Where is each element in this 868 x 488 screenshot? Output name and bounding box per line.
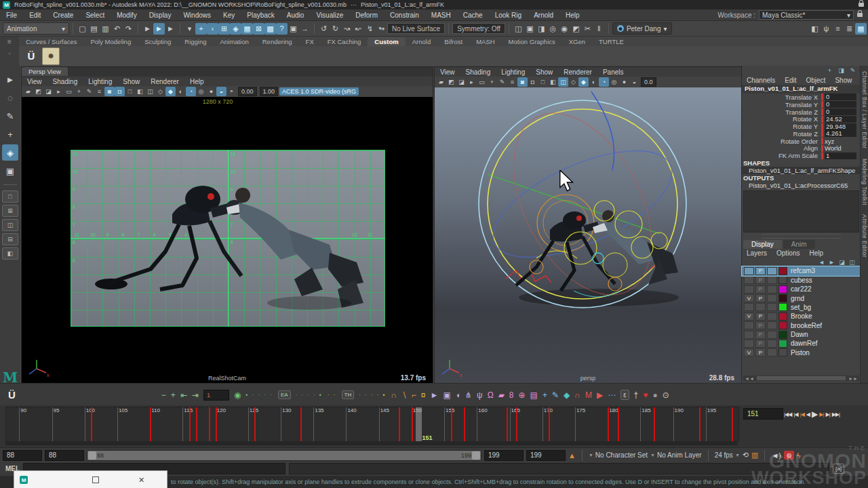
shelf-tab[interactable]: FX [299, 37, 321, 46]
exposure-field[interactable]: 0.0 [641, 77, 656, 87]
select-tool[interactable]: ► [2, 71, 18, 87]
record-icon[interactable]: ⊙ [784, 451, 794, 460]
layer-color-swatch[interactable] [778, 267, 787, 275]
2d-pan-zoom-icon[interactable]: + [487, 77, 497, 87]
range-slider[interactable]: 88 199 [87, 450, 481, 461]
layer-editor-tab[interactable]: Display [743, 240, 782, 249]
tween-plus-icon[interactable]: + [171, 391, 176, 399]
step-forward-frame-button[interactable]: ▶| [825, 410, 830, 419]
channel-value-field[interactable]: 0 [821, 108, 856, 115]
layer-display-type-toggle[interactable] [767, 267, 777, 275]
viewport-menu-item[interactable]: Panels [597, 68, 629, 76]
layer-color-swatch[interactable] [778, 348, 787, 357]
tween-dots-right[interactable]: · · · · ▪ [296, 392, 323, 398]
workspace-dropdown[interactable]: Maya Classic*▾ [759, 10, 854, 20]
highlight-affected-icon[interactable]: → [299, 23, 311, 35]
layer-color-swatch[interactable] [778, 303, 787, 311]
menu-item[interactable]: MASH [425, 12, 457, 19]
channel-box-menu-item[interactable]: Show [830, 77, 856, 84]
shelf-tab[interactable]: Bifrost [437, 37, 469, 46]
exposure-icon[interactable]: ◒ [216, 87, 226, 96]
cursor-icon[interactable]: ► [431, 391, 439, 399]
layer-color-swatch[interactable] [778, 331, 787, 339]
viewport-menu-item[interactable]: Lighting [496, 68, 530, 76]
construction-history-icon-4[interactable]: ↬ [376, 23, 387, 35]
layer-list-scrollbar[interactable]: ◄◄ ►► [743, 375, 859, 381]
select-object-icon[interactable]: ► [153, 23, 165, 35]
exposure-field[interactable]: 0.00 [238, 87, 257, 96]
play-red-icon[interactable]: ▶ [597, 391, 603, 399]
needle-icon[interactable]: ✎ [552, 391, 559, 399]
shelf-tab[interactable]: Animation [213, 37, 255, 46]
menu-item[interactable]: Constrain [384, 12, 425, 19]
undo-icon[interactable]: ↶ [111, 23, 123, 35]
shelf-tab[interactable]: Rendering [256, 37, 299, 46]
bookmark-icon[interactable]: ▸ [54, 87, 64, 96]
channel-value-field[interactable]: 24.52 [821, 116, 856, 123]
channel-box-menu-item[interactable]: Edit [780, 77, 801, 84]
menu-item[interactable]: Modify [111, 12, 142, 19]
layer-playback-toggle[interactable]: P [755, 276, 766, 284]
search-icon[interactable]: ⊙ [663, 391, 669, 399]
menu-item[interactable]: Visualize [310, 12, 349, 19]
go-to-end-button[interactable]: ▶▶| [831, 410, 840, 419]
layer-display-type-toggle[interactable] [767, 321, 777, 329]
layers-prev-icon[interactable]: ◄ [817, 258, 826, 267]
isolate-select-icon[interactable]: ◔ [599, 77, 609, 87]
shape-node-name[interactable]: Piston_v01_01_L:ac_lf_armFKShape [742, 167, 861, 174]
user-dropdown[interactable]: ☻ Peter Dang ▾ [612, 22, 672, 35]
lighting-icon[interactable]: □ [538, 77, 548, 87]
script-editor-icon[interactable]: {a} [833, 464, 844, 474]
image-plane-icon[interactable]: ▭ [64, 87, 74, 96]
menu-item[interactable]: Edit [23, 12, 47, 19]
ipr-render-icon[interactable]: ◨ [536, 23, 547, 35]
range-end-handle[interactable] [472, 451, 480, 460]
layout-four-pane[interactable]: ⊞ [2, 205, 18, 217]
set-key-icon[interactable]: ▲ [568, 451, 576, 460]
scroll-left-icon[interactable]: ◄◄ [743, 376, 755, 381]
shelf-tab[interactable]: FX Caching [321, 37, 368, 46]
viewport-menu-item[interactable]: Shading [460, 68, 496, 76]
textured-icon[interactable]: ◘ [528, 77, 538, 87]
textured-icon[interactable]: ◘ [115, 87, 125, 96]
render-view-icon[interactable]: ◫ [513, 23, 524, 35]
scrollbar-thumb[interactable] [757, 376, 846, 380]
layer-color-swatch[interactable] [778, 294, 787, 302]
menu-item[interactable]: Key [217, 12, 241, 19]
snap-projected-center-icon[interactable]: ▦ [241, 23, 253, 35]
tween-minus-icon[interactable]: − [161, 391, 166, 399]
snap-menu-arrow-icon[interactable]: ▾ [184, 23, 195, 35]
step-forward-key-button[interactable]: ▶| [818, 410, 824, 419]
layer-editor-tab[interactable]: Anim [783, 240, 815, 249]
rig-person-icon[interactable]: † [634, 391, 639, 399]
grease-pencil-icon[interactable]: ✎ [84, 87, 94, 96]
layer-visibility-toggle[interactable]: V [744, 348, 754, 357]
layer-display-type-toggle[interactable] [767, 285, 777, 293]
ease-out-icon[interactable]: ⌐ [412, 391, 416, 399]
step-back-key-button[interactable]: |◀ [800, 410, 805, 419]
viewport-menu-item[interactable]: Help [184, 78, 210, 85]
viewport-menu-item[interactable]: Renderer [558, 68, 597, 76]
shelf-tab[interactable]: Curves / Surfaces [19, 37, 84, 46]
animation-start-field[interactable]: 88 [3, 450, 42, 461]
colorspace-chip[interactable]: ACES 1.0 SDR-video (sRG [279, 87, 359, 96]
jump-next-key-icon[interactable]: ⇥ [192, 391, 199, 399]
construction-history-icon-3[interactable]: ↯ [364, 23, 376, 35]
layer-visibility-toggle[interactable]: V [744, 294, 754, 302]
select-component-icon[interactable]: ► [165, 23, 176, 35]
close-window-icon[interactable]: ✕ [138, 476, 144, 485]
output-node-name[interactable]: Piston_v01_01_L:acProcessorC65 [742, 182, 861, 189]
sidebar-vertical-tab[interactable]: Attribute Editor [861, 214, 868, 258]
menu-item[interactable]: Look Rig [489, 12, 528, 19]
image-plane-icon[interactable]: ▭ [477, 77, 487, 87]
layer-display-type-toggle[interactable] [767, 276, 777, 284]
snap-view-plane-icon[interactable]: ⊠ [253, 23, 264, 35]
construction-history-icon-1[interactable]: ↝ [341, 23, 353, 35]
playback-options-icon[interactable]: ▥ [751, 451, 758, 460]
layer-editor-menu-item[interactable]: Layers [742, 249, 772, 257]
layer-playback-toggle[interactable]: P [755, 331, 766, 339]
symmetry-field[interactable]: Symmetry: Off [452, 23, 505, 34]
folder-icon[interactable]: ▰ [498, 391, 505, 399]
screen-ao-icon[interactable]: ◫ [145, 87, 155, 96]
layer-row[interactable]: set_bg [742, 303, 861, 312]
